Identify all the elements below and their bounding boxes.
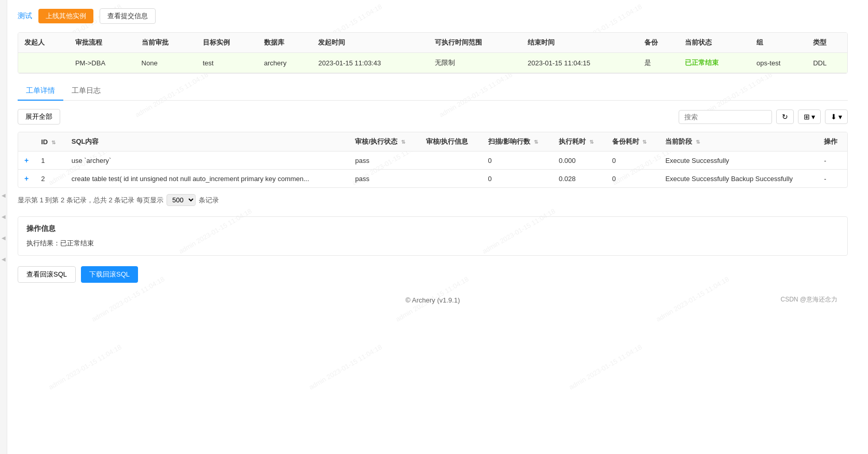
col-current-approval: 当前审批 xyxy=(135,33,197,53)
top-bar: 测试 上线其他实例 查看提交信息 xyxy=(18,8,848,24)
col-audit-status: 审核/执行状态 ⇅ xyxy=(349,132,419,152)
col-type: 类型 xyxy=(807,33,847,53)
cell-audit-info-2 xyxy=(420,170,482,188)
export-button[interactable]: ⬇ ▾ xyxy=(825,109,848,124)
operation-title: 操作信息 xyxy=(26,224,839,233)
cell-backup-time-2: 0 xyxy=(606,170,659,188)
col-exec-time-range: 可执行时间范围 xyxy=(429,33,521,53)
cell-sql-1: use `archery` xyxy=(65,152,349,170)
main-table: 发起人 审批流程 当前审批 目标实例 数据库 发起时间 可执行时间范围 结束时间… xyxy=(18,33,847,73)
table-row: + 1 use `archery` pass 0 0.000 0 Execute… xyxy=(18,152,847,170)
col-op: 操作 xyxy=(818,132,847,152)
toolbar-right: ↻ ⊞ ▾ ⬇ ▾ xyxy=(679,109,848,124)
sort-backup-icon[interactable]: ⇅ xyxy=(642,139,646,145)
cell-audit-status-1: pass xyxy=(349,152,419,170)
col-approval-flow: 审批流程 xyxy=(69,33,135,53)
expand-btn-2[interactable]: + xyxy=(18,170,35,188)
pagination-text: 显示第 1 到第 2 条记录，总共 2 条记录 每页显示 xyxy=(18,196,163,205)
tab-work-order-log[interactable]: 工单日志 xyxy=(63,82,109,101)
export-chevron-icon: ▾ xyxy=(838,113,842,121)
col-audit-info: 审核/执行信息 xyxy=(420,132,482,152)
cell-sql-2: create table test( id int unsigned not n… xyxy=(65,170,349,188)
footer-copyright: CSDN @意海还念力 xyxy=(780,295,837,304)
cell-stage-1: Execute Successfully xyxy=(659,152,818,170)
refresh-button[interactable]: ↻ xyxy=(776,109,794,124)
col-backup-time: 备份耗时 ⇅ xyxy=(606,132,659,152)
left-sidebar: ◀ ◀ ◀ ◀ xyxy=(0,0,7,318)
cell-id-2: 2 xyxy=(35,170,65,188)
cell-database: archery xyxy=(258,53,312,73)
cell-op-1: - xyxy=(818,152,847,170)
download-rollback-sql-button[interactable]: 下载回滚SQL xyxy=(81,266,138,283)
col-end-time: 结束时间 xyxy=(521,33,638,53)
detail-toolbar: 展开全部 ↻ ⊞ ▾ ⬇ ▾ xyxy=(18,109,848,125)
col-group: 组 xyxy=(750,33,807,53)
expand-btn-1[interactable]: + xyxy=(18,152,35,170)
col-database: 数据库 xyxy=(258,33,312,53)
cell-status: 已正常结束 xyxy=(679,53,750,73)
main-table-row: PM->DBA None test archery 2023-01-15 11:… xyxy=(18,53,847,73)
col-exec-time: 执行耗时 ⇅ xyxy=(553,132,606,152)
cell-exec-time-1: 0.000 xyxy=(553,152,606,170)
cell-exec-time-range: 无限制 xyxy=(429,53,521,73)
tabs: 工单详情 工单日志 xyxy=(18,82,848,101)
page-label: 测试 xyxy=(18,11,32,21)
footer: © Archery (v1.9.1) CSDN @意海还念力 xyxy=(18,291,848,309)
cell-op-2: - xyxy=(818,170,847,188)
view-rollback-sql-button[interactable]: 查看回滚SQL xyxy=(18,266,76,283)
sidebar-arrow-4[interactable]: ◀ xyxy=(1,256,6,262)
col-submitter: 发起人 xyxy=(18,33,69,53)
pagination-suffix: 条记录 xyxy=(199,196,219,205)
export-icon: ⬇ xyxy=(831,113,837,121)
cell-submitter xyxy=(18,53,69,73)
footer-text: © Archery (v1.9.1) xyxy=(406,296,460,304)
cell-target-instance: test xyxy=(197,53,258,73)
cell-end-time: 2023-01-15 11:04:15 xyxy=(521,53,638,73)
sort-audit-icon[interactable]: ⇅ xyxy=(401,139,405,145)
columns-button[interactable]: ⊞ ▾ xyxy=(798,109,821,124)
cell-approval-flow: PM->DBA xyxy=(69,53,135,73)
detail-table: ID ⇅ SQL内容 审核/执行状态 ⇅ 审核/执行信息 扫描/影响行数 xyxy=(18,132,847,187)
per-page-select[interactable]: 500 100 200 xyxy=(167,194,196,206)
cell-audit-status-2: pass xyxy=(349,170,419,188)
pagination-bar: 显示第 1 到第 2 条记录，总共 2 条记录 每页显示 500 100 200… xyxy=(18,194,848,206)
tab-work-order-detail[interactable]: 工单详情 xyxy=(18,82,63,101)
operation-result: 执行结果：已正常结束 xyxy=(26,239,839,248)
columns-icon: ⊞ xyxy=(804,113,810,121)
sidebar-arrow-3[interactable]: ◀ xyxy=(1,235,6,241)
sort-exec-icon[interactable]: ⇅ xyxy=(589,139,594,145)
col-expand xyxy=(18,132,35,152)
sidebar-arrow-2[interactable]: ◀ xyxy=(1,214,6,219)
chevron-down-icon: ▾ xyxy=(811,113,815,121)
bottom-buttons: 查看回滚SQL 下载回滚SQL xyxy=(18,266,848,283)
cell-submit-time: 2023-01-15 11:03:43 xyxy=(312,53,429,73)
cell-scan-2: 0 xyxy=(482,170,553,188)
main-table-wrapper: 发起人 审批流程 当前审批 目标实例 数据库 发起时间 可执行时间范围 结束时间… xyxy=(18,32,848,74)
sidebar-arrow-1[interactable]: ◀ xyxy=(1,192,6,198)
cell-backup-time-1: 0 xyxy=(606,152,659,170)
sort-scan-icon[interactable]: ⇅ xyxy=(534,139,538,145)
col-status: 当前状态 xyxy=(679,33,750,53)
operation-info-box: 操作信息 执行结果：已正常结束 xyxy=(18,216,848,256)
search-input[interactable] xyxy=(679,110,772,124)
col-submit-time: 发起时间 xyxy=(312,33,429,53)
view-submit-info-button[interactable]: 查看提交信息 xyxy=(100,8,156,24)
sort-stage-icon[interactable]: ⇅ xyxy=(696,139,700,145)
cell-id-1: 1 xyxy=(35,152,65,170)
expand-all-button[interactable]: 展开全部 xyxy=(18,109,60,125)
col-scan-rows: 扫描/影响行数 ⇅ xyxy=(482,132,553,152)
col-stage: 当前阶段 ⇅ xyxy=(659,132,818,152)
table-row: + 2 create table test( id int unsigned n… xyxy=(18,170,847,188)
col-target-instance: 目标实例 xyxy=(197,33,258,53)
cell-scan-1: 0 xyxy=(482,152,553,170)
cell-exec-time-2: 0.028 xyxy=(553,170,606,188)
cell-backup: 是 xyxy=(638,53,679,73)
sort-id-icon[interactable]: ⇅ xyxy=(51,140,56,145)
col-backup: 备份 xyxy=(638,33,679,53)
cell-stage-2: Execute Successfully Backup Successfully xyxy=(659,170,818,188)
cell-current-approval: None xyxy=(135,53,197,73)
cell-group: ops-test xyxy=(750,53,807,73)
online-other-instances-button[interactable]: 上线其他实例 xyxy=(38,9,93,23)
refresh-icon: ↻ xyxy=(782,113,788,121)
col-id: ID ⇅ xyxy=(35,132,65,152)
